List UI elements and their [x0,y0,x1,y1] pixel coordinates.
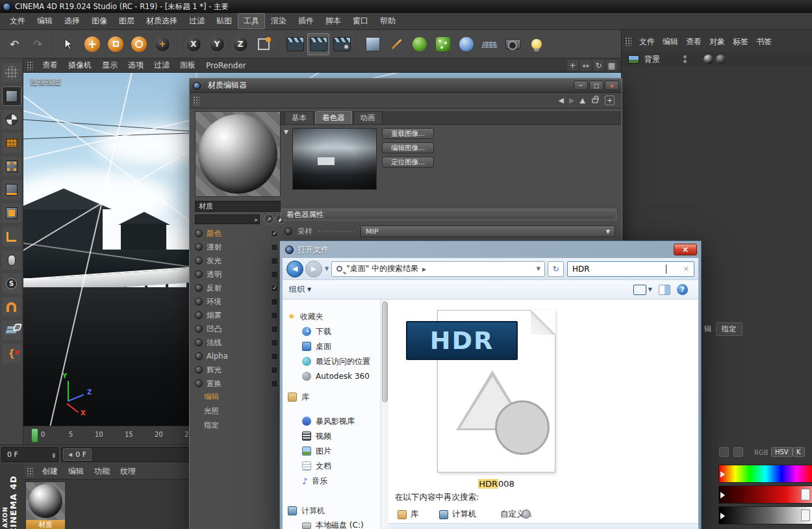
search-again-custom[interactable]: 自定义... [500,509,532,520]
up-level-button[interactable]: ▲ [580,96,585,105]
help-button[interactable]: ? [677,284,688,295]
point-mode-button[interactable] [2,157,21,176]
clear-search-icon[interactable]: × [683,264,689,273]
attr-tab-partial[interactable]: 辑 [704,324,712,334]
snap-button[interactable] [2,297,21,316]
expand-icon[interactable]: ▼ [284,129,288,135]
page-illumination[interactable]: 光照 [204,406,219,416]
slider-handle[interactable] [801,510,810,521]
channel-fog-checkbox[interactable] [271,312,278,319]
nav-local-disk-c[interactable]: 本地磁盘 (C:) [302,519,364,529]
make-editable-button[interactable] [2,63,21,83]
rotate-tool-button[interactable] [128,33,150,55]
channel-bump-checkbox[interactable] [271,326,278,333]
material-name-input[interactable] [195,201,281,212]
viewport-menu-options[interactable]: 选项 [123,58,149,72]
timeline-marker[interactable] [31,428,38,443]
pen-spline-button[interactable] [385,33,407,55]
tab-shader[interactable]: 着色器 [315,111,352,124]
menu-layer[interactable]: 图层 [113,13,140,29]
channel-knob[interactable] [195,380,203,387]
light-button[interactable] [526,33,548,55]
organize-button[interactable]: 组织 ▼ [289,284,311,295]
close-button[interactable]: × [605,81,619,90]
nav-downloads[interactable]: 下载 [302,325,331,338]
nav-documents[interactable]: 文档 [302,459,331,472]
nav-recent-places[interactable]: 最近访问的位置 [302,355,370,368]
lock-z-button[interactable]: Z [229,33,251,55]
reload-image-button[interactable]: 重载图像... [382,128,434,139]
channel-alpha-checkbox[interactable] [271,353,278,360]
tweak-mode-button[interactable] [2,250,21,270]
model-mode-button[interactable] [2,86,21,106]
lock-x-button[interactable]: X [183,33,205,55]
channel-color[interactable]: 颜色 [207,229,267,239]
channel-knob[interactable] [195,298,203,305]
channel-normal[interactable]: 法线 [207,338,267,348]
value-slider[interactable] [718,506,812,524]
lock-workplane-button[interactable] [2,320,21,340]
slider-handle[interactable] [801,489,810,500]
matmgr-menu-edit[interactable]: 编辑 [63,465,89,478]
menu-file[interactable]: 文件 [4,13,31,29]
render-picture-viewer-button[interactable] [307,33,329,55]
shader-properties-header[interactable]: 着色器属性 [281,209,616,220]
texture-tag-icon[interactable] [716,55,726,64]
attr-tab-assign[interactable]: 指定 [716,322,742,336]
matmgr-menu-create[interactable]: 创建 [37,465,63,478]
search-input[interactable] [568,264,665,274]
history-forward-button[interactable]: ▶ [569,96,574,105]
material-thumbnail[interactable] [26,482,65,520]
texture-preview[interactable] [292,128,377,190]
menu-map[interactable]: 贴图 [210,13,238,29]
channel-displacement-checkbox[interactable] [271,380,278,387]
swatch-icon[interactable] [733,447,743,457]
nav-storm-library[interactable]: 暴风影视库 [302,415,355,428]
channel-glow-checkbox[interactable] [271,367,278,374]
lock-icon[interactable] [592,98,598,103]
history-back-button[interactable]: ◀ [559,96,564,105]
objmgr-menu-bookmarks[interactable]: 书签 [752,34,776,49]
channel-alpha[interactable]: Alpha [207,352,267,361]
scale-tool-button[interactable] [105,33,127,55]
nav-pane-scrollbar[interactable] [380,300,388,529]
objmgr-menu-object[interactable]: 对象 [705,34,729,49]
channel-color-checkbox[interactable] [271,230,278,237]
edge-mode-button[interactable] [2,180,21,200]
new-panel-button[interactable]: + [605,96,615,105]
texture-mode-button[interactable] [2,110,21,129]
viewport-orbit-button[interactable]: ↻ [593,60,604,71]
channel-displacement[interactable]: 置换 [207,379,267,389]
channel-diffusion[interactable]: 漫射 [207,242,267,252]
history-dropdown-icon[interactable]: ▼ [325,266,329,272]
viewport-menu-panel[interactable]: 面板 [175,58,201,72]
object-state-dots[interactable] [683,55,687,64]
sampling-dropdown[interactable]: MIP ▼ [361,226,615,237]
menu-edit[interactable]: 编辑 [31,13,58,29]
channel-knob[interactable] [195,243,203,251]
channel-fog[interactable]: 烟雾 [207,311,267,320]
address-bar[interactable]: "桌面" 中的搜索结果 ▸ ▼ [331,261,545,277]
file-name-label[interactable]: HDR008 [437,479,555,489]
viewport-menu-display[interactable]: 显示 [97,58,123,72]
material-preview[interactable] [195,111,281,197]
viewport-menu-camera[interactable]: 摄像机 [63,58,97,72]
quantize-button[interactable]: { [2,344,21,363]
current-frame-field[interactable]: 0 F ▲ ▼ [1,447,58,462]
nav-videos[interactable]: 视频 [302,430,331,443]
search-again-libraries[interactable]: 库 [398,509,419,520]
hsv-mode-button[interactable]: HSV [771,447,793,457]
channel-luminance[interactable]: 发光 [207,256,267,266]
menu-tools[interactable]: 工具 [238,13,265,29]
edit-image-button[interactable]: 编辑图像... [382,142,434,153]
soft-selection-button[interactable]: S [2,274,21,293]
channel-environment-checkbox[interactable] [271,298,278,305]
views-button[interactable]: ▼ [633,285,652,295]
sampling-knob[interactable] [285,227,292,235]
scrollbar-thumb[interactable] [382,302,388,402]
channel-knob[interactable] [195,311,203,319]
object-row-background[interactable]: 背景 [622,52,812,66]
add-cube-button[interactable] [362,33,384,55]
nav-music[interactable]: ♪音乐 [302,474,327,487]
panel-handle-icon[interactable] [193,96,199,105]
